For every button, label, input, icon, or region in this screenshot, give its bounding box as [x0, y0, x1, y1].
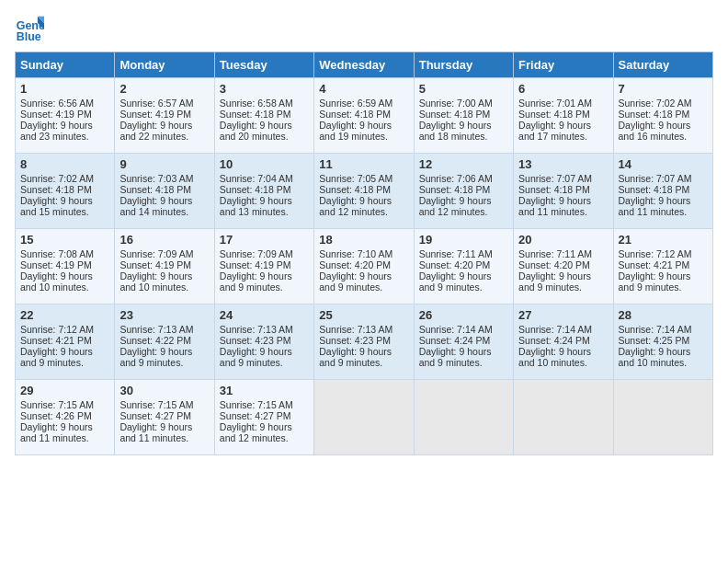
day-number: 15	[20, 233, 109, 247]
sunrise-text: Sunrise: 7:05 AM	[319, 173, 392, 184]
calendar-cell: 9 Sunrise: 7:03 AM Sunset: 4:18 PM Dayli…	[115, 154, 214, 229]
sunset-text: Sunset: 4:24 PM	[518, 335, 590, 346]
daylight-text: Daylight: 9 hours and 15 minutes.	[20, 195, 93, 217]
daylight-text: Daylight: 9 hours and 12 minutes.	[419, 195, 492, 217]
sunset-text: Sunset: 4:20 PM	[319, 259, 391, 270]
sunrise-text: Sunrise: 6:57 AM	[119, 98, 193, 109]
sunrise-text: Sunrise: 7:13 AM	[119, 324, 193, 335]
daylight-text: Daylight: 9 hours and 10 minutes.	[119, 270, 192, 293]
calendar-cell: 19 Sunrise: 7:11 AM Sunset: 4:20 PM Dayl…	[414, 229, 513, 304]
calendar-cell: 6 Sunrise: 7:01 AM Sunset: 4:18 PM Dayli…	[514, 78, 613, 154]
daylight-text: Daylight: 9 hours and 9 minutes.	[319, 270, 392, 293]
day-number: 28	[619, 308, 708, 322]
sunset-text: Sunset: 4:18 PM	[619, 184, 690, 195]
day-number: 4	[319, 82, 408, 96]
sunrise-text: Sunrise: 7:13 AM	[220, 324, 293, 335]
daylight-text: Daylight: 9 hours and 19 minutes.	[319, 120, 392, 142]
sunset-text: Sunset: 4:18 PM	[419, 109, 491, 120]
col-header-thursday: Thursday	[414, 52, 513, 78]
sunset-text: Sunset: 4:18 PM	[220, 109, 291, 120]
daylight-text: Daylight: 9 hours and 11 minutes.	[119, 421, 192, 443]
day-number: 24	[220, 308, 309, 322]
sunset-text: Sunset: 4:24 PM	[419, 335, 491, 346]
calendar-cell: 28 Sunrise: 7:14 AM Sunset: 4:25 PM Dayl…	[613, 304, 712, 380]
sunset-text: Sunset: 4:19 PM	[20, 259, 92, 270]
daylight-text: Daylight: 9 hours and 10 minutes.	[518, 346, 591, 368]
sunrise-text: Sunrise: 7:09 AM	[119, 248, 193, 259]
sunrise-text: Sunrise: 7:11 AM	[518, 248, 592, 259]
daylight-text: Daylight: 9 hours and 12 minutes.	[220, 421, 292, 443]
calendar-week-row: 22 Sunrise: 7:12 AM Sunset: 4:21 PM Dayl…	[16, 304, 713, 380]
col-header-monday: Monday	[115, 52, 214, 78]
sunrise-text: Sunrise: 6:56 AM	[20, 98, 94, 109]
day-number: 23	[119, 308, 209, 322]
calendar-cell: 15 Sunrise: 7:08 AM Sunset: 4:19 PM Dayl…	[16, 229, 115, 304]
sunset-text: Sunset: 4:19 PM	[220, 259, 291, 270]
sunset-text: Sunset: 4:27 PM	[220, 410, 291, 421]
calendar-week-row: 1 Sunrise: 6:56 AM Sunset: 4:19 PM Dayli…	[16, 78, 713, 154]
calendar-cell: 22 Sunrise: 7:12 AM Sunset: 4:21 PM Dayl…	[16, 304, 115, 380]
sunset-text: Sunset: 4:19 PM	[119, 109, 191, 120]
calendar-table: SundayMondayTuesdayWednesdayThursdayFrid…	[15, 52, 713, 455]
day-number: 18	[319, 233, 408, 247]
day-number: 9	[119, 157, 209, 171]
sunset-text: Sunset: 4:18 PM	[419, 184, 491, 195]
sunrise-text: Sunrise: 7:02 AM	[619, 98, 692, 109]
day-number: 22	[20, 308, 109, 322]
sunset-text: Sunset: 4:18 PM	[220, 184, 291, 195]
logo-icon: General Blue	[15, 15, 44, 44]
sunrise-text: Sunrise: 7:07 AM	[518, 173, 592, 184]
day-number: 31	[220, 384, 309, 397]
daylight-text: Daylight: 9 hours and 11 minutes.	[619, 195, 691, 217]
daylight-text: Daylight: 9 hours and 22 minutes.	[119, 120, 192, 142]
sunset-text: Sunset: 4:27 PM	[119, 410, 191, 421]
calendar-cell: 29 Sunrise: 7:15 AM Sunset: 4:26 PM Dayl…	[16, 380, 115, 455]
col-header-friday: Friday	[514, 52, 613, 78]
day-number: 7	[619, 82, 708, 96]
sunrise-text: Sunrise: 7:02 AM	[20, 173, 94, 184]
daylight-text: Daylight: 9 hours and 12 minutes.	[319, 195, 392, 217]
calendar-header-row: SundayMondayTuesdayWednesdayThursdayFrid…	[16, 52, 713, 78]
calendar-cell: 31 Sunrise: 7:15 AM Sunset: 4:27 PM Dayl…	[214, 380, 313, 455]
calendar-cell	[414, 380, 513, 455]
day-number: 29	[20, 384, 109, 397]
sunset-text: Sunset: 4:19 PM	[20, 109, 92, 120]
sunrise-text: Sunrise: 7:14 AM	[419, 324, 493, 335]
daylight-text: Daylight: 9 hours and 9 minutes.	[220, 346, 292, 368]
calendar-cell: 8 Sunrise: 7:02 AM Sunset: 4:18 PM Dayli…	[16, 154, 115, 229]
sunrise-text: Sunrise: 7:03 AM	[119, 173, 193, 184]
calendar-cell: 4 Sunrise: 6:59 AM Sunset: 4:18 PM Dayli…	[314, 78, 414, 154]
daylight-text: Daylight: 9 hours and 9 minutes.	[419, 346, 492, 368]
sunrise-text: Sunrise: 7:07 AM	[619, 173, 692, 184]
calendar-cell: 7 Sunrise: 7:02 AM Sunset: 4:18 PM Dayli…	[613, 78, 712, 154]
calendar-cell: 5 Sunrise: 7:00 AM Sunset: 4:18 PM Dayli…	[414, 78, 513, 154]
day-number: 27	[518, 308, 608, 322]
sunrise-text: Sunrise: 7:00 AM	[419, 98, 493, 109]
day-number: 6	[518, 82, 608, 96]
col-header-saturday: Saturday	[613, 52, 712, 78]
calendar-cell: 25 Sunrise: 7:13 AM Sunset: 4:23 PM Dayl…	[314, 304, 414, 380]
daylight-text: Daylight: 9 hours and 9 minutes.	[220, 270, 292, 293]
calendar-week-row: 8 Sunrise: 7:02 AM Sunset: 4:18 PM Dayli…	[16, 154, 713, 229]
daylight-text: Daylight: 9 hours and 14 minutes.	[119, 195, 192, 217]
daylight-text: Daylight: 9 hours and 17 minutes.	[518, 120, 591, 142]
sunset-text: Sunset: 4:21 PM	[20, 335, 92, 346]
calendar-cell: 14 Sunrise: 7:07 AM Sunset: 4:18 PM Dayl…	[613, 154, 712, 229]
calendar-cell: 17 Sunrise: 7:09 AM Sunset: 4:19 PM Dayl…	[214, 229, 313, 304]
daylight-text: Daylight: 9 hours and 16 minutes.	[619, 120, 691, 142]
sunrise-text: Sunrise: 7:08 AM	[20, 248, 94, 259]
daylight-text: Daylight: 9 hours and 9 minutes.	[419, 270, 492, 293]
sunset-text: Sunset: 4:20 PM	[518, 259, 590, 270]
calendar-cell: 11 Sunrise: 7:05 AM Sunset: 4:18 PM Dayl…	[314, 154, 414, 229]
day-number: 20	[518, 233, 608, 247]
day-number: 13	[518, 157, 608, 171]
calendar-cell	[314, 380, 414, 455]
sunrise-text: Sunrise: 7:14 AM	[619, 324, 692, 335]
calendar-cell: 18 Sunrise: 7:10 AM Sunset: 4:20 PM Dayl…	[314, 229, 414, 304]
calendar-cell: 27 Sunrise: 7:14 AM Sunset: 4:24 PM Dayl…	[514, 304, 613, 380]
daylight-text: Daylight: 9 hours and 9 minutes.	[319, 346, 392, 368]
day-number: 5	[419, 82, 508, 96]
sunset-text: Sunset: 4:18 PM	[319, 109, 391, 120]
sunrise-text: Sunrise: 7:06 AM	[419, 173, 493, 184]
sunset-text: Sunset: 4:18 PM	[20, 184, 92, 195]
